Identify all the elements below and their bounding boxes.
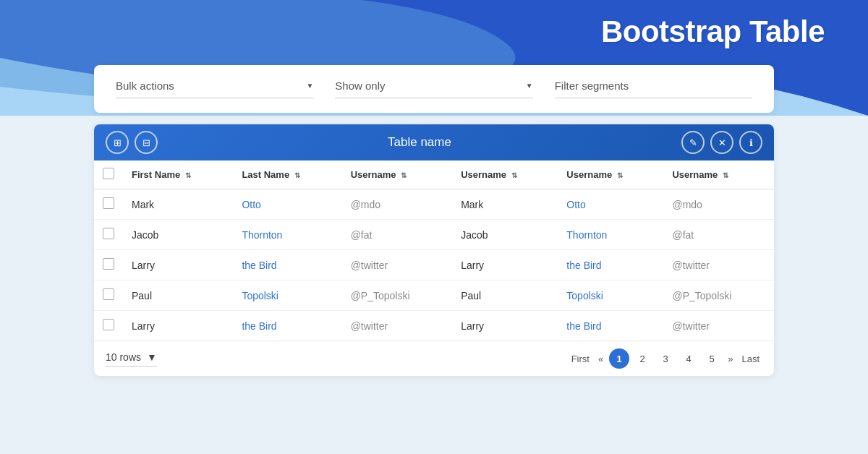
content-area: Bulk actions ▼ Show only ▼ Filter segmen… xyxy=(94,65,774,376)
filter-segments-filter: Filter segments xyxy=(555,80,752,98)
row-0-col-0: Mark xyxy=(123,189,233,220)
row-1-col-2: @fat xyxy=(342,220,453,250)
row-1-col-5: @fat xyxy=(663,220,774,250)
last-name-sort-icon[interactable]: ⇅ xyxy=(294,171,300,179)
bulk-actions-arrow-icon: ▼ xyxy=(306,82,313,90)
filter-segments-select[interactable]: Filter segments xyxy=(555,80,752,98)
row-0-col-4: Otto xyxy=(558,189,663,220)
table-scroll-wrapper[interactable]: First Name ⇅ Last Name ⇅ Username ⇅ xyxy=(94,160,774,340)
pagination-page-1[interactable]: 1 xyxy=(609,348,629,369)
show-only-select[interactable]: Show only ▼ xyxy=(335,80,532,98)
rows-per-page-select[interactable]: 10 rows ▼ xyxy=(106,351,157,367)
row-1-checkbox-cell xyxy=(94,220,123,250)
bulk-actions-select[interactable]: Bulk actions ▼ xyxy=(116,80,313,98)
row-3-col-5: @P_Topolski xyxy=(663,280,774,311)
rows-per-page-arrow-icon: ▼ xyxy=(147,351,157,363)
pagination-prev-button[interactable]: « xyxy=(595,354,606,364)
show-only-label: Show only xyxy=(335,80,385,92)
row-0-checkbox-cell xyxy=(94,189,123,220)
pagination-last-button[interactable]: Last xyxy=(739,354,762,364)
edit-button[interactable]: ✎ xyxy=(681,131,705,154)
table-row: JacobThornton@fatJacobThornton@fat xyxy=(94,220,774,250)
username-3-sort-icon[interactable]: ⇅ xyxy=(617,171,623,179)
row-3-col-2: @P_Topolski xyxy=(342,280,453,311)
row-1-checkbox[interactable] xyxy=(103,228,114,239)
row-3-col-0: Paul xyxy=(123,280,233,311)
bulk-actions-label: Bulk actions xyxy=(116,80,174,92)
close-button[interactable]: ✕ xyxy=(710,131,733,154)
column-view-button[interactable]: ⊟ xyxy=(135,131,158,154)
table-footer: 10 rows ▼ First « 1 2 3 4 5 » Last xyxy=(94,340,774,376)
pagination-next-button[interactable]: » xyxy=(725,354,736,364)
select-all-checkbox[interactable] xyxy=(103,168,114,179)
row-2-col-0: Larry xyxy=(123,250,233,280)
row-4-checkbox[interactable] xyxy=(103,319,114,330)
table-header-left: ⊞ ⊟ xyxy=(106,131,158,154)
row-3-col-1: Topolski xyxy=(233,280,341,311)
row-1-col-1: Thornton xyxy=(233,220,341,250)
row-4-col-4: the Bird xyxy=(558,311,663,341)
table-title: Table name xyxy=(158,135,681,150)
pagination-page-4[interactable]: 4 xyxy=(678,348,699,369)
row-1-col-3: Jacob xyxy=(452,220,558,250)
table-row: PaulTopolski@P_TopolskiPaulTopolski@P_To… xyxy=(94,280,774,311)
row-4-col-1: the Bird xyxy=(233,311,341,341)
col-username-3-label: Username xyxy=(566,169,612,180)
row-2-checkbox-cell xyxy=(94,250,123,280)
table-row: Larrythe Bird@twitterLarrythe Bird@twitt… xyxy=(94,250,774,280)
row-0-col-5: @mdo xyxy=(663,189,774,220)
row-4-col-2: @twitter xyxy=(342,311,453,341)
col-first-name: First Name ⇅ xyxy=(123,160,233,189)
row-0-col-2: @mdo xyxy=(342,189,453,220)
row-2-checkbox[interactable] xyxy=(103,258,114,270)
pagination-page-2[interactable]: 2 xyxy=(632,348,652,369)
row-4-col-0: Larry xyxy=(123,311,233,341)
row-3-col-4: Topolski xyxy=(558,280,663,311)
row-2-col-1: the Bird xyxy=(233,250,341,280)
first-name-sort-icon[interactable]: ⇅ xyxy=(185,171,191,179)
table-container: ⊞ ⊟ Table name ✎ ✕ ℹ xyxy=(94,124,774,376)
row-4-col-5: @twitter xyxy=(663,311,774,341)
table-row: MarkOtto@mdoMarkOtto@mdo xyxy=(94,189,774,220)
col-username-4: Username ⇅ xyxy=(663,160,774,189)
row-2-col-5: @twitter xyxy=(663,250,774,280)
table-header-row: First Name ⇅ Last Name ⇅ Username ⇅ xyxy=(94,160,774,189)
row-0-checkbox[interactable] xyxy=(103,197,114,209)
row-0-col-1: Otto xyxy=(233,189,341,220)
col-first-name-label: First Name xyxy=(132,169,180,180)
edit-icon: ✎ xyxy=(689,137,697,148)
show-only-arrow-icon: ▼ xyxy=(526,82,533,90)
row-1-col-0: Jacob xyxy=(123,220,233,250)
pagination-first-button[interactable]: First xyxy=(569,354,592,364)
grid-icon: ⊞ xyxy=(114,137,122,148)
col-username-3: Username ⇅ xyxy=(558,160,663,189)
pagination-page-3[interactable]: 3 xyxy=(655,348,676,369)
col-username-2: Username ⇅ xyxy=(452,160,558,189)
username-2-sort-icon[interactable]: ⇅ xyxy=(511,171,517,179)
col-last-name-label: Last Name xyxy=(242,169,289,180)
row-1-col-4: Thornton xyxy=(558,220,663,250)
table-header-bar: ⊞ ⊟ Table name ✎ ✕ ℹ xyxy=(94,124,774,160)
pagination-page-5[interactable]: 5 xyxy=(702,348,722,369)
username-4-sort-icon[interactable]: ⇅ xyxy=(723,171,728,179)
rows-per-page-label: 10 rows xyxy=(106,351,141,363)
show-only-filter: Show only ▼ xyxy=(335,80,532,98)
row-2-col-3: Larry xyxy=(452,250,558,280)
row-2-col-4: the Bird xyxy=(558,250,663,280)
row-0-col-3: Mark xyxy=(452,189,558,220)
row-3-checkbox[interactable] xyxy=(103,288,114,300)
username-1-sort-icon[interactable]: ⇅ xyxy=(401,171,407,179)
data-table: First Name ⇅ Last Name ⇅ Username ⇅ xyxy=(94,160,774,340)
page-wrapper: Bootstrap Table Bulk actions ▼ Show only… xyxy=(0,0,868,454)
info-button[interactable]: ℹ xyxy=(739,131,762,154)
row-2-col-2: @twitter xyxy=(342,250,453,280)
table-row: Larrythe Bird@twitterLarrythe Bird@twitt… xyxy=(94,311,774,341)
columns-icon: ⊟ xyxy=(142,137,150,148)
bulk-actions-filter: Bulk actions ▼ xyxy=(116,80,313,98)
grid-view-button[interactable]: ⊞ xyxy=(106,131,129,154)
col-username-2-label: Username xyxy=(461,169,506,180)
filters-bar: Bulk actions ▼ Show only ▼ Filter segmen… xyxy=(94,65,774,113)
col-username-4-label: Username xyxy=(672,169,718,180)
row-4-col-3: Larry xyxy=(452,311,558,341)
col-username-1: Username ⇅ xyxy=(342,160,453,189)
